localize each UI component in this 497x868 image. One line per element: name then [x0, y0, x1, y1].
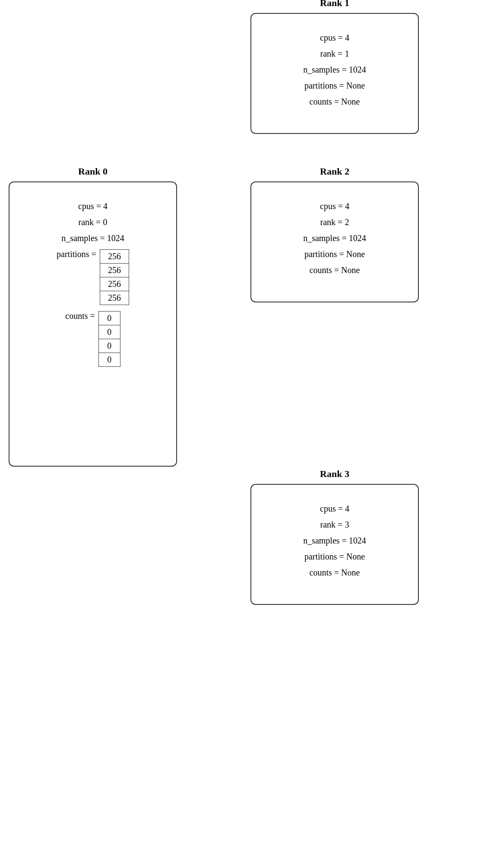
rank0-cpus: cpus = 4 [27, 201, 159, 211]
rank0-rank: rank = 0 [27, 217, 159, 227]
rank2-wrapper: Rank 2 cpus = 4 rank = 2 n_samples = 102… [250, 181, 419, 302]
partition-val-0: 256 [100, 250, 129, 264]
rank1-card: cpus = 4 rank = 1 n_samples = 1024 parti… [250, 13, 419, 134]
rank0-card: cpus = 4 rank = 0 n_samples = 1024 parti… [9, 181, 177, 467]
rank3-nsamples: n_samples = 1024 [269, 536, 401, 546]
count-val-0: 0 [98, 312, 120, 325]
rank3-title: Rank 3 [250, 468, 419, 480]
rank2-card: cpus = 4 rank = 2 n_samples = 1024 parti… [250, 181, 419, 302]
rank0-wrapper: Rank 0 cpus = 4 rank = 0 n_samples = 102… [9, 181, 177, 467]
page-container: Rank 1 cpus = 4 rank = 1 n_samples = 102… [0, 0, 497, 868]
rank0-partitions-array: 256 256 256 256 [100, 249, 129, 305]
partition-val-2: 256 [100, 277, 129, 291]
count-val-3: 0 [98, 353, 120, 367]
rank1-title: Rank 1 [250, 0, 419, 9]
rank2-counts: counts = None [269, 265, 401, 275]
rank2-nsamples: n_samples = 1024 [269, 233, 401, 243]
rank0-title: Rank 0 [9, 166, 177, 177]
rank1-nsamples: n_samples = 1024 [269, 65, 401, 75]
rank0-partitions-label: partitions = [57, 249, 96, 259]
rank1-wrapper: Rank 1 cpus = 4 rank = 1 n_samples = 102… [250, 13, 419, 134]
count-val-1: 0 [98, 325, 120, 339]
rank1-counts: counts = None [269, 97, 401, 107]
rank1-rank: rank = 1 [269, 49, 401, 59]
rank0-counts-row: counts = 0 0 0 0 [27, 311, 159, 367]
rank3-wrapper: Rank 3 cpus = 4 rank = 3 n_samples = 102… [250, 484, 419, 605]
rank2-rank: rank = 2 [269, 217, 401, 227]
rank0-nsamples: n_samples = 1024 [27, 233, 159, 243]
rank2-title: Rank 2 [250, 166, 419, 177]
rank3-partitions: partitions = None [269, 552, 401, 562]
rank3-counts: counts = None [269, 568, 401, 578]
rank0-counts-label: counts = [65, 311, 95, 321]
rank3-card: cpus = 4 rank = 3 n_samples = 1024 parti… [250, 484, 419, 605]
count-val-2: 0 [98, 339, 120, 353]
rank1-partitions: partitions = None [269, 81, 401, 91]
rank3-cpus: cpus = 4 [269, 504, 401, 514]
rank0-counts-array: 0 0 0 0 [98, 311, 120, 367]
rank0-partitions-row: partitions = 256 256 256 256 [27, 249, 159, 305]
rank2-partitions: partitions = None [269, 249, 401, 259]
rank1-cpus: cpus = 4 [269, 33, 401, 43]
rank2-cpus: cpus = 4 [269, 201, 401, 211]
partition-val-3: 256 [100, 291, 129, 305]
rank3-rank: rank = 3 [269, 520, 401, 530]
partition-val-1: 256 [100, 264, 129, 277]
